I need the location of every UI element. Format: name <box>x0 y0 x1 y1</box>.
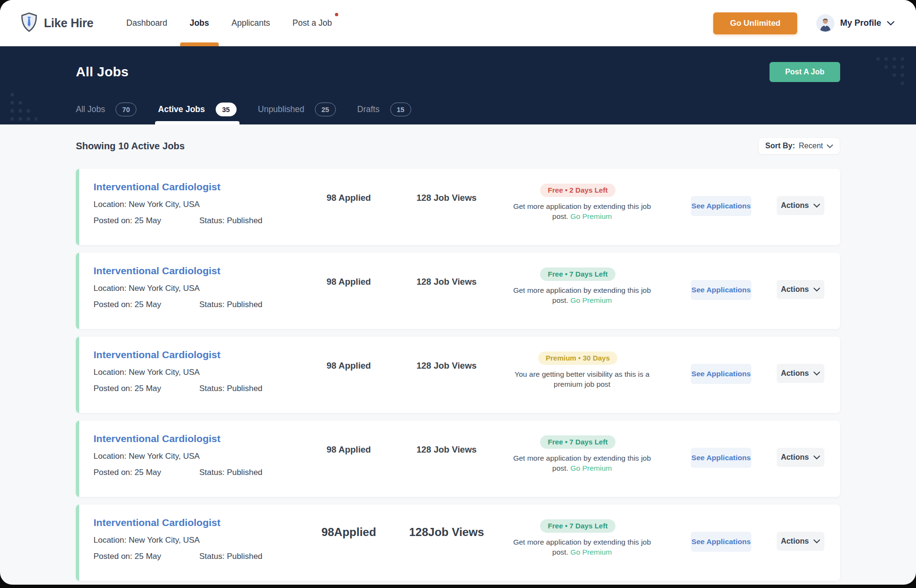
job-location: Location: New York City, USA <box>94 284 313 293</box>
shield-tie-logo-icon <box>21 12 37 34</box>
job-views-count: 128 Job Views <box>385 337 509 371</box>
applied-count: 98 Applied <box>313 253 385 287</box>
plan-status-badge: Free • 7 Days Left <box>540 268 615 281</box>
job-posted-date: Posted on: 25 May <box>94 552 197 561</box>
plan-status-badge: Free • 7 Days Left <box>540 519 615 533</box>
job-location: Location: New York City, USA <box>94 452 313 461</box>
decorative-dots-right <box>876 57 904 85</box>
tab-drafts[interactable]: Drafts 15 <box>357 103 411 124</box>
job-card: Interventional Cardiologist Location: Ne… <box>76 253 840 329</box>
job-card: Interventional Cardiologist Location: Ne… <box>76 169 840 245</box>
chevron-down-icon <box>813 285 820 294</box>
page-header: All Jobs Post A Job All Jobs 70 Active J… <box>0 46 916 124</box>
plan-status-badge: Free • 7 Days Left <box>540 435 615 449</box>
job-location: Location: New York City, USA <box>94 368 313 377</box>
go-premium-link[interactable]: Go Premium <box>570 548 612 556</box>
go-premium-link[interactable]: Go Premium <box>570 212 612 220</box>
actions-dropdown-button[interactable]: Actions <box>777 364 824 383</box>
nav-item-dashboard[interactable]: Dashboard <box>126 0 167 46</box>
sort-by-dropdown[interactable]: Sort By: Recent <box>758 137 840 155</box>
chevron-down-icon <box>813 537 820 546</box>
job-status: Status: Published <box>199 300 262 309</box>
job-card: Interventional Cardiologist Location: Ne… <box>76 505 840 581</box>
job-title-link[interactable]: Interventional Cardiologist <box>94 265 313 277</box>
sort-by-label: Sort By: <box>765 142 795 150</box>
main-nav: Dashboard Jobs Applicants Post a Job <box>126 0 332 46</box>
job-title-link[interactable]: Interventional Cardiologist <box>94 181 313 193</box>
chevron-down-icon <box>813 201 820 210</box>
see-applications-button[interactable]: See Applications <box>691 280 751 300</box>
actions-dropdown-button[interactable]: Actions <box>777 448 824 467</box>
profile-label: My Profile <box>840 18 881 28</box>
actions-dropdown-button[interactable]: Actions <box>777 532 824 551</box>
job-location: Location: New York City, USA <box>94 536 313 545</box>
job-location: Location: New York City, USA <box>94 200 313 209</box>
job-card: Interventional Cardiologist Location: Ne… <box>76 337 840 413</box>
nav-item-jobs[interactable]: Jobs <box>189 0 209 46</box>
job-note-text: You are getting better visibility as thi… <box>515 370 650 388</box>
job-status: Status: Published <box>199 216 262 225</box>
decorative-dots-left <box>10 93 37 121</box>
profile-menu[interactable]: My Profile <box>816 14 895 32</box>
tab-count-badge: 25 <box>315 103 336 116</box>
job-title-link[interactable]: Interventional Cardiologist <box>94 349 313 361</box>
card-accent-stripe <box>76 169 79 245</box>
job-posted-date: Posted on: 25 May <box>94 300 197 309</box>
job-status: Status: Published <box>199 552 262 561</box>
card-accent-stripe <box>76 253 79 329</box>
plan-status-badge: Free • 2 Days Left <box>540 184 615 197</box>
job-title-link[interactable]: Interventional Cardiologist <box>94 433 313 444</box>
notification-dot <box>335 13 338 16</box>
tab-count-badge: 35 <box>216 103 237 116</box>
see-applications-button[interactable]: See Applications <box>691 448 751 468</box>
tab-count-badge: 15 <box>390 103 411 116</box>
job-status: Status: Published <box>199 468 262 477</box>
job-posted-date: Posted on: 25 May <box>94 216 197 226</box>
applied-count: 98 Applied <box>313 421 385 455</box>
go-premium-link[interactable]: Go Premium <box>570 296 612 304</box>
job-posted-date: Posted on: 25 May <box>94 384 197 393</box>
app-window: Like Hire Dashboard Jobs Applicants Post… <box>0 0 916 585</box>
chevron-down-icon <box>827 142 833 150</box>
see-applications-button[interactable]: See Applications <box>691 196 751 216</box>
job-title-link[interactable]: Interventional Cardiologist <box>94 517 313 528</box>
job-status: Status: Published <box>199 384 262 393</box>
applied-count: 98 Applied <box>313 169 385 203</box>
brand-logo[interactable]: Like Hire <box>21 12 94 34</box>
avatar <box>816 14 834 32</box>
applied-count: 98 Applied <box>313 337 385 371</box>
chevron-down-icon <box>813 369 820 378</box>
actions-dropdown-button[interactable]: Actions <box>777 280 824 299</box>
job-card: Interventional Cardiologist Location: Ne… <box>76 421 840 497</box>
plan-status-badge: Premium • 30 Days <box>538 351 618 365</box>
go-unlimited-button[interactable]: Go Unlimited <box>713 12 797 34</box>
tab-active-jobs[interactable]: Active Jobs 35 <box>158 103 236 124</box>
card-accent-stripe <box>76 337 79 413</box>
navbar-right: Go Unlimited My Profile <box>713 12 895 34</box>
see-applications-button[interactable]: See Applications <box>691 532 751 552</box>
actions-dropdown-button[interactable]: Actions <box>777 196 824 215</box>
active-nav-underline <box>180 42 219 46</box>
job-views-count: 128 Job Views <box>385 421 509 455</box>
go-premium-link[interactable]: Go Premium <box>570 464 612 472</box>
main-content: Showing 10 Active Jobs Sort By: Recent I… <box>0 124 916 581</box>
tab-unpublished[interactable]: Unpublished 25 <box>258 103 336 124</box>
tab-all-jobs[interactable]: All Jobs 70 <box>76 103 136 124</box>
nav-item-applicants[interactable]: Applicants <box>231 0 270 46</box>
job-views-count: 128Job Views <box>385 505 509 539</box>
card-accent-stripe <box>76 421 79 497</box>
nav-item-post-a-job[interactable]: Post a Job <box>292 0 332 46</box>
post-a-job-button[interactable]: Post A Job <box>770 62 840 82</box>
sort-by-value: Recent <box>799 142 823 150</box>
job-card-list: Interventional Cardiologist Location: Ne… <box>76 169 840 581</box>
chevron-down-icon <box>887 19 895 28</box>
chevron-down-icon <box>813 453 820 462</box>
job-views-count: 128 Job Views <box>385 253 509 287</box>
card-accent-stripe <box>76 505 79 581</box>
showing-count-label: Showing 10 Active Jobs <box>76 141 185 152</box>
list-toolbar: Showing 10 Active Jobs Sort By: Recent <box>76 137 840 155</box>
brand-name: Like Hire <box>44 16 94 30</box>
jobs-tabs: All Jobs 70 Active Jobs 35 Unpublished 2… <box>76 103 840 124</box>
applied-count: 98Applied <box>313 505 385 539</box>
see-applications-button[interactable]: See Applications <box>691 364 751 384</box>
